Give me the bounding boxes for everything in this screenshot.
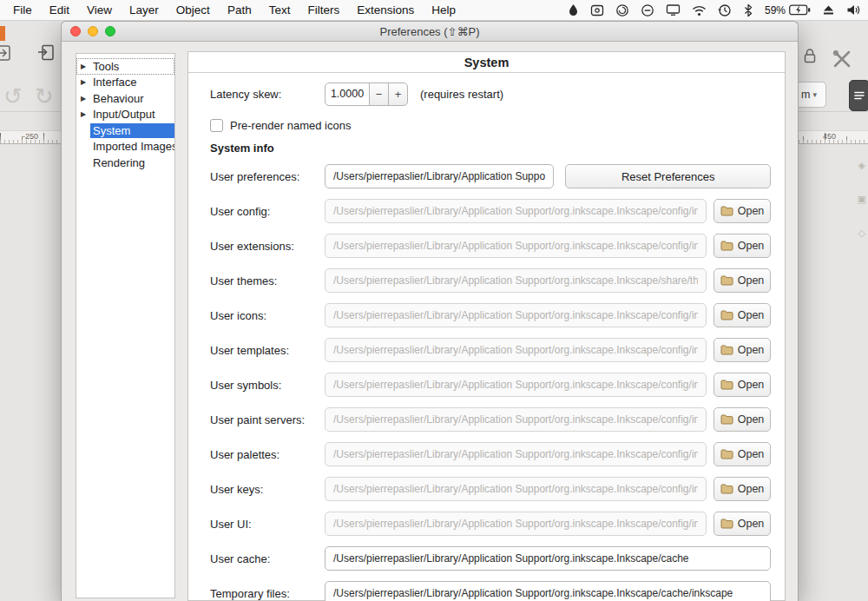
prerender-icons-row: Pre-render named icons [210, 117, 771, 133]
path-row: User preferences: Reset Preferences [210, 164, 771, 188]
reset-preferences-button[interactable]: Reset Preferences [565, 164, 771, 188]
open-button[interactable]: Open [713, 338, 771, 362]
tree-item[interactable]: Rendering [76, 155, 174, 171]
path-input[interactable] [325, 164, 554, 188]
path-input [325, 477, 707, 501]
close-button[interactable] [70, 26, 81, 36]
swirl-icon[interactable] [615, 3, 629, 17]
open-button[interactable]: Open [713, 268, 771, 293]
eject-icon[interactable] [822, 4, 835, 17]
snap-menu-icon [853, 89, 865, 102]
tree-item[interactable]: Imported Images [76, 139, 174, 155]
preferences-tree: ▶ Tools ▶ Interface ▶ Behaviour ▶ Input/… [76, 53, 175, 598]
folder-icon [720, 206, 733, 216]
time-machine-icon[interactable] [718, 3, 732, 17]
menu-item[interactable]: Edit [41, 0, 78, 21]
wifi-icon[interactable] [692, 4, 707, 17]
path-row-label: User symbols: [210, 379, 325, 392]
open-button[interactable]: Open [713, 373, 771, 397]
open-button[interactable]: Open [713, 442, 771, 466]
path-input [325, 512, 707, 536]
menu-item[interactable]: Object [168, 0, 219, 21]
path-row: User symbols: Open [210, 373, 771, 397]
path-input [325, 442, 707, 466]
battery-indicator[interactable]: 59% [765, 4, 811, 17]
tree-item[interactable]: ▶ Tools [76, 58, 174, 75]
menu-item[interactable]: Help [423, 0, 464, 21]
tree-item-label[interactable]: Tools [90, 59, 174, 74]
latency-skew-label: Latency skew: [210, 88, 325, 101]
preferences-dialog: Preferences (⇧⌘P) ▶ Tools ▶ Interface ▶ … [61, 21, 799, 601]
tree-item-label[interactable]: Rendering [90, 155, 174, 170]
requires-restart-note: (requires restart) [420, 88, 503, 101]
path-row: User config: Open [210, 199, 771, 223]
menu-item[interactable]: File [4, 0, 41, 21]
tree-item-label[interactable]: Behaviour [90, 91, 174, 106]
folder-icon [720, 380, 733, 390]
tree-item-label[interactable]: Input/Output [90, 107, 174, 122]
panel-content: Latency skew: 1.0000 − + (requires resta… [188, 73, 785, 601]
bluetooth-icon[interactable] [743, 3, 753, 17]
battery-icon [789, 4, 811, 16]
path-input[interactable] [325, 581, 771, 601]
expander-triangle-icon[interactable]: ▶ [76, 110, 90, 118]
open-button[interactable]: Open [713, 512, 771, 536]
tree-item[interactable]: ▶ Interface [76, 75, 174, 91]
open-button[interactable]: Open [713, 303, 771, 327]
tree-item[interactable]: ▶ Input/Output [76, 107, 174, 123]
path-input [325, 373, 707, 397]
folder-icon [720, 414, 733, 425]
do-not-disturb-icon[interactable] [641, 3, 654, 17]
photos-icon[interactable] [590, 3, 604, 17]
open-button-label: Open [738, 274, 765, 287]
menu-item[interactable]: Filters [299, 0, 348, 21]
expander-triangle-icon[interactable]: ▶ [76, 63, 90, 70]
prerender-icons-checkbox[interactable] [210, 119, 223, 132]
menu-item[interactable]: View [78, 0, 121, 21]
path-row-label: User cache: [210, 552, 325, 565]
menu-item[interactable]: Path [219, 0, 260, 21]
path-input [325, 268, 707, 293]
path-row-label: User preferences: [210, 170, 325, 183]
expander-triangle-icon[interactable]: ▶ [76, 95, 90, 102]
snap-toolbar-button[interactable] [849, 80, 868, 111]
menu-item[interactable]: Layer [121, 0, 168, 21]
preferences-tools-icon[interactable] [832, 49, 852, 69]
spinner-decrement-button[interactable]: − [369, 83, 389, 106]
undo-faded-icon[interactable]: ↺ [3, 85, 23, 108]
open-button-label: Open [738, 413, 765, 426]
path-row: User keys: Open [210, 477, 771, 501]
path-input [325, 234, 707, 258]
toolbox-accent [0, 26, 5, 41]
open-button[interactable]: Open [713, 234, 771, 258]
drop-icon[interactable] [568, 3, 579, 17]
tree-item[interactable]: System [76, 122, 174, 139]
spinner-increment-button[interactable]: + [388, 83, 408, 106]
battery-percent: 59% [765, 4, 786, 17]
tree-item-label[interactable]: System [90, 123, 174, 138]
latency-skew-value[interactable]: 1.0000 [325, 83, 370, 106]
menu-item[interactable]: Extensions [348, 0, 423, 21]
tree-item[interactable]: ▶ Behaviour [76, 90, 174, 107]
volume-icon[interactable] [846, 3, 861, 17]
tree-item-label[interactable]: Imported Images [90, 139, 174, 154]
dialog-body: ▶ Tools ▶ Interface ▶ Behaviour ▶ Input/… [62, 42, 798, 601]
open-button[interactable]: Open [713, 477, 771, 501]
open-button[interactable]: Open [713, 407, 771, 432]
menu-item[interactable]: Text [260, 0, 299, 21]
snap-toolbar-strip[interactable]: ◈ ▣ ◇ [858, 160, 866, 239]
zoom-button[interactable] [105, 26, 115, 36]
import-icon[interactable] [36, 43, 56, 63]
redo-faded-icon[interactable]: ↻ [35, 85, 54, 108]
display-icon[interactable] [666, 3, 681, 17]
dialog-titlebar: Preferences (⇧⌘P) [62, 22, 798, 42]
lock-icon[interactable] [802, 47, 818, 64]
unit-dropdown-value: m [801, 89, 810, 101]
ruler-number-right: 450 [823, 132, 836, 141]
open-button[interactable]: Open [713, 199, 771, 223]
tree-item-label[interactable]: Interface [90, 75, 174, 89]
minimize-button[interactable] [88, 26, 98, 36]
expander-triangle-icon[interactable]: ▶ [76, 78, 90, 86]
tool-icon-partial[interactable] [0, 43, 12, 63]
path-input[interactable] [325, 546, 771, 571]
